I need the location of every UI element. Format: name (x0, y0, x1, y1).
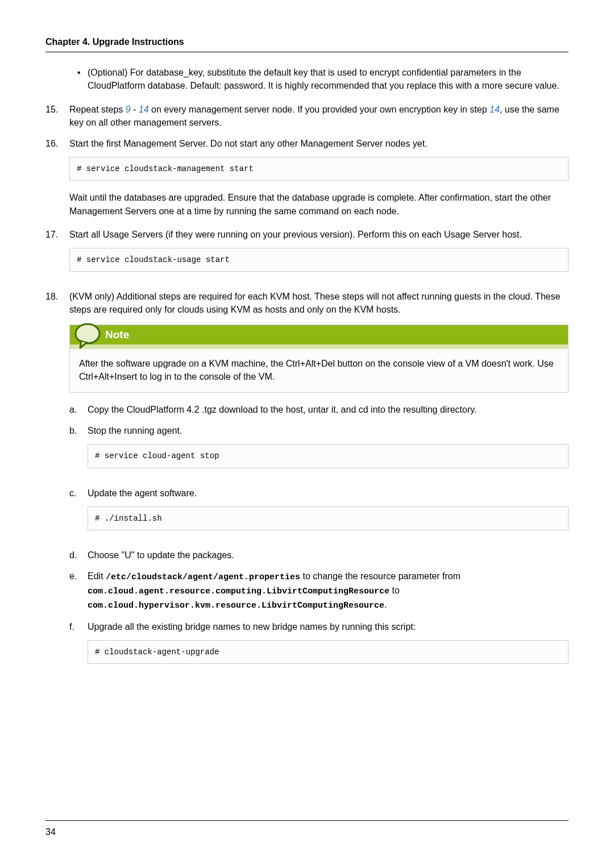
step-text: Repeat steps 9 - 14 on every management … (69, 103, 569, 129)
page-footer: 34 (45, 820, 569, 838)
substep-letter: c. (69, 487, 88, 541)
filepath: /etc/cloudstack/agent/agent.properties (106, 572, 300, 582)
substep-e: e. Edit /etc/cloudstack/agent/agent.prop… (69, 570, 569, 612)
step-16: 16. Start the first Management Server. D… (45, 137, 569, 218)
step-text: Start all Usage Servers (if they were ru… (69, 228, 569, 241)
code-block: # ./install.sh (88, 506, 569, 530)
speech-bubble-icon (73, 322, 102, 350)
step-18: 18. (KVM only) Additional steps are requ… (45, 290, 569, 682)
text-fragment: on every management server node. If you … (149, 105, 489, 114)
substep-letter: f. (69, 620, 88, 674)
note-title: Note (105, 327, 129, 343)
substep-f: f. Upgrade all the existing bridge names… (69, 620, 569, 674)
substep-letter: d. (69, 549, 88, 562)
step-text: (KVM only) Additional steps are required… (69, 290, 569, 316)
substep-d: d. Choose "U" to update the packages. (69, 549, 569, 562)
text-fragment: to change the resource parameter from (300, 571, 460, 581)
note-header: Note (70, 325, 568, 344)
step-15: 15. Repeat steps 9 - 14 on every managem… (45, 103, 569, 129)
substep-letter: e. (69, 570, 88, 612)
step-text: Start the first Management Server. Do no… (69, 137, 569, 150)
code-block: # service cloud-agent stop (88, 444, 569, 468)
step-body: (KVM only) Additional steps are required… (69, 290, 569, 682)
code-block: # cloudstack-agent-upgrade (88, 640, 569, 664)
note-box: Note After the software upgrade on a KVM… (69, 325, 569, 393)
link-step-14[interactable]: 14 (139, 105, 149, 114)
substep-text: Copy the CloudPlatform 4.2 .tgz download… (88, 403, 569, 416)
link-step-14b[interactable]: 14 (489, 105, 500, 114)
substep-body: Stop the running agent. # service cloud-… (88, 424, 569, 478)
substep-b: b. Stop the running agent. # service clo… (69, 424, 569, 478)
code-block: # service cloudstack-management start (69, 157, 569, 181)
substep-text: Edit /etc/cloudstack/agent/agent.propert… (88, 570, 569, 612)
text-fragment: - (131, 105, 139, 114)
substep-letter: a. (69, 403, 88, 416)
text-fragment: to (389, 585, 400, 595)
step-number: 16. (45, 137, 69, 218)
step-17: 17. Start all Usage Servers (if they wer… (45, 228, 569, 282)
substep-text: Update the agent software. (88, 487, 569, 500)
substep-a: a. Copy the CloudPlatform 4.2 .tgz downl… (69, 403, 569, 416)
bullet-optional-dbkey: • (Optional) For database_key, substitut… (69, 66, 569, 92)
page-content: • (Optional) For database_key, substitut… (45, 66, 569, 682)
note-body: After the software upgrade on a KVM mach… (70, 349, 568, 383)
substep-c: c. Update the agent software. # ./instal… (69, 487, 569, 541)
page-number: 34 (45, 827, 56, 837)
step-after-text: Wait until the databases are upgraded. E… (69, 191, 569, 217)
step-number: 17. (45, 228, 69, 282)
classname-new: com.cloud.hypervisor.kvm.resource.Libvir… (88, 601, 384, 610)
substep-text: Stop the running agent. (88, 424, 569, 437)
bullet-marker: • (77, 66, 88, 92)
step-body: Start the first Management Server. Do no… (69, 137, 569, 218)
substep-text: Upgrade all the existing bridge names to… (88, 620, 569, 633)
classname-old: com.cloud.agent.resource.computing.Libvi… (88, 587, 389, 596)
text-fragment: Repeat steps (69, 105, 126, 114)
bullet-text: (Optional) For database_key, substitute … (88, 66, 569, 92)
page-header: Chapter 4. Upgrade Instructions (45, 35, 569, 52)
step-number: 18. (45, 290, 69, 682)
substep-body: Upgrade all the existing bridge names to… (88, 620, 569, 674)
text-fragment: . (384, 600, 387, 609)
step-number: 15. (45, 103, 69, 129)
link-step-9[interactable]: 9 (126, 105, 131, 114)
substep-body: Update the agent software. # ./install.s… (88, 487, 569, 541)
substep-letter: b. (69, 424, 88, 478)
svg-point-1 (77, 326, 98, 342)
substep-text: Choose "U" to update the packages. (88, 549, 569, 562)
text-fragment: Edit (88, 571, 106, 581)
note-subbar (70, 344, 568, 349)
code-block: # service cloudstack-usage start (69, 248, 569, 272)
step-body: Start all Usage Servers (if they were ru… (69, 228, 569, 282)
